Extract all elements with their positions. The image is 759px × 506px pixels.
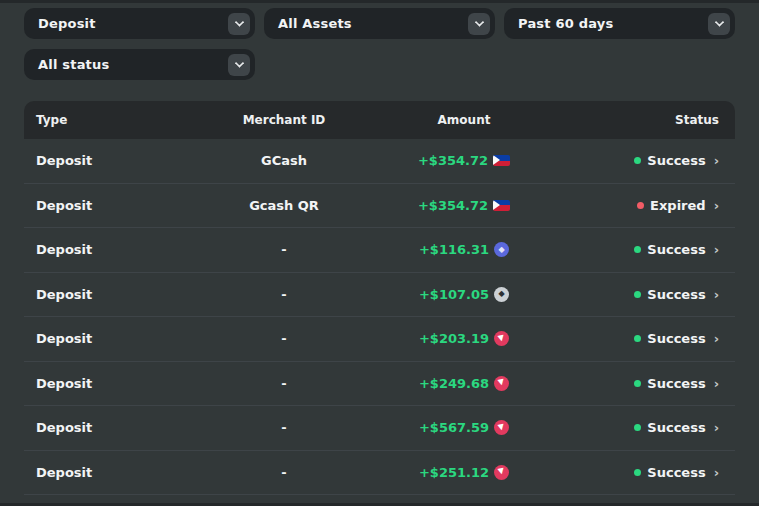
- status-dot-icon: [634, 469, 641, 476]
- row-amount-value: +$567.59: [419, 420, 489, 435]
- coin-glyph: ◆: [498, 246, 504, 254]
- table-header: Type Merchant ID Amount Status: [24, 101, 735, 139]
- column-header-status: Status: [534, 113, 735, 127]
- status-label: Success: [647, 287, 705, 302]
- coin-glyph: ◆: [498, 290, 504, 298]
- tron-coin-icon: ▼: [494, 465, 509, 480]
- transactions-table: Type Merchant ID Amount Status DepositGC…: [24, 101, 735, 495]
- chevron-down-icon[interactable]: [468, 13, 490, 35]
- row-amount-value: +$354.72: [418, 153, 488, 168]
- status-dot-icon: [634, 246, 641, 253]
- status-dot-icon: [637, 202, 644, 209]
- coin-glyph: ▼: [498, 378, 506, 387]
- status-label: Success: [647, 376, 705, 391]
- status-dot-icon: [634, 335, 641, 342]
- chevron-right-icon[interactable]: ›: [714, 332, 719, 345]
- row-amount: +$354.72: [394, 198, 534, 213]
- period-filter-dropdown[interactable]: Past 60 days: [504, 8, 735, 39]
- row-merchant-id: -: [174, 331, 394, 346]
- row-type: Deposit: [24, 376, 174, 391]
- chevron-right-icon[interactable]: ›: [714, 466, 719, 479]
- row-type: Deposit: [24, 287, 174, 302]
- row-amount: +$567.59▼: [394, 420, 534, 435]
- row-amount-value: +$107.05: [419, 287, 489, 302]
- status-filter-value: All status: [38, 57, 109, 72]
- blue-coin-icon: ◆: [494, 242, 509, 257]
- status-filter-dropdown[interactable]: All status: [24, 49, 255, 80]
- coin-glyph: ▼: [498, 467, 506, 476]
- table-row[interactable]: Deposit-+$203.19▼Success›: [24, 317, 735, 362]
- chevron-down-icon[interactable]: [228, 13, 250, 35]
- row-type: Deposit: [24, 465, 174, 480]
- philippines-flag-icon: [493, 155, 510, 166]
- table-row[interactable]: Deposit-+$251.12▼Success›: [24, 451, 735, 496]
- row-status: Success›: [534, 465, 735, 480]
- table-row[interactable]: Deposit-+$249.68▼Success›: [24, 362, 735, 407]
- chevron-right-icon[interactable]: ›: [714, 243, 719, 256]
- status-dot-icon: [634, 157, 641, 164]
- row-status: Success›: [534, 376, 735, 391]
- status-label: Success: [647, 465, 705, 480]
- chevron-right-icon[interactable]: ›: [714, 199, 719, 212]
- asset-filter-dropdown[interactable]: All Assets: [264, 8, 495, 39]
- table-row[interactable]: Deposit-+$567.59▼Success›: [24, 406, 735, 451]
- row-status: Success›: [534, 287, 735, 302]
- tron-coin-icon: ▼: [494, 331, 509, 346]
- row-status: Expired›: [534, 198, 735, 213]
- row-merchant-id: GCash: [174, 153, 394, 168]
- table-row[interactable]: Deposit-+$116.31◆Success›: [24, 228, 735, 273]
- asset-filter-value: All Assets: [278, 16, 352, 31]
- silver-coin-icon: ◆: [494, 287, 509, 302]
- row-amount: +$249.68▼: [394, 376, 534, 391]
- coin-glyph: ▼: [498, 423, 506, 432]
- period-filter-value: Past 60 days: [518, 16, 613, 31]
- chevron-down-icon[interactable]: [708, 13, 730, 35]
- status-label: Success: [647, 331, 705, 346]
- row-type: Deposit: [24, 198, 174, 213]
- table-row[interactable]: DepositGCash+$354.72Success›: [24, 139, 735, 184]
- row-amount: +$116.31◆: [394, 242, 534, 257]
- row-status: Success›: [534, 153, 735, 168]
- tron-coin-icon: ▼: [494, 420, 509, 435]
- chevron-right-icon[interactable]: ›: [714, 154, 719, 167]
- row-status: Success›: [534, 420, 735, 435]
- row-amount: +$203.19▼: [394, 331, 534, 346]
- table-row[interactable]: DepositGcash QR+$354.72Expired›: [24, 184, 735, 229]
- status-label: Success: [647, 242, 705, 257]
- row-merchant-id: -: [174, 465, 394, 480]
- chevron-down-icon[interactable]: [228, 54, 250, 76]
- chevron-glyph: [234, 58, 244, 68]
- column-header-amount: Amount: [394, 113, 534, 127]
- row-merchant-id: -: [174, 287, 394, 302]
- chevron-right-icon[interactable]: ›: [714, 421, 719, 434]
- table-row[interactable]: Deposit-+$107.05◆Success›: [24, 273, 735, 318]
- row-type: Deposit: [24, 153, 174, 168]
- coin-glyph: ▼: [498, 334, 506, 343]
- row-merchant-id: -: [174, 376, 394, 391]
- chevron-right-icon[interactable]: ›: [714, 377, 719, 390]
- column-header-merchant-id: Merchant ID: [174, 113, 394, 127]
- tron-coin-icon: ▼: [494, 376, 509, 391]
- row-type: Deposit: [24, 420, 174, 435]
- row-merchant-id: -: [174, 420, 394, 435]
- philippines-flag-icon: [493, 200, 510, 211]
- transaction-type-value: Deposit: [38, 16, 96, 31]
- row-amount: +$107.05◆: [394, 287, 534, 302]
- row-amount-value: +$251.12: [419, 465, 489, 480]
- filters-bar: Deposit All Assets Past 60 days All stat…: [0, 0, 759, 80]
- row-amount-value: +$354.72: [418, 198, 488, 213]
- row-amount-value: +$249.68: [419, 376, 489, 391]
- transaction-type-dropdown[interactable]: Deposit: [24, 8, 255, 39]
- chevron-glyph: [234, 17, 244, 27]
- status-dot-icon: [634, 424, 641, 431]
- row-amount: +$354.72: [394, 153, 534, 168]
- status-label: Success: [647, 420, 705, 435]
- table-body: DepositGCash+$354.72Success›DepositGcash…: [24, 139, 735, 495]
- filter-row-2: All status: [24, 49, 735, 80]
- status-label: Success: [647, 153, 705, 168]
- filter-row-1: Deposit All Assets Past 60 days: [24, 8, 735, 39]
- column-header-type: Type: [24, 113, 174, 127]
- chevron-right-icon[interactable]: ›: [714, 288, 719, 301]
- top-edge: [0, 0, 759, 3]
- status-label: Expired: [650, 198, 706, 213]
